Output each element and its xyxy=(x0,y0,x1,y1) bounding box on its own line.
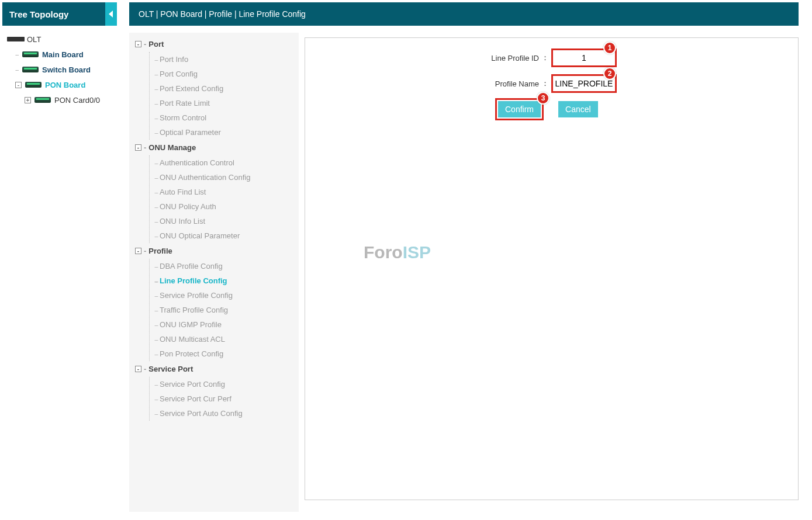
form-row-profile-id: Line Profile ID ： 1 xyxy=(305,50,798,66)
section-service-label: Service Port xyxy=(148,365,193,373)
nav-panel: -- Port Port Info Port Config Port Exten… xyxy=(129,33,299,512)
nav-item-service-port-auto-config[interactable]: Service Port Auto Config xyxy=(150,406,293,421)
nav-item-onu-info-list[interactable]: ONU Info List xyxy=(150,214,293,228)
expand-icon[interactable]: + xyxy=(25,97,31,103)
nav-item-auth-control[interactable]: Authentication Control xyxy=(150,155,293,170)
nav-item-service-port-config[interactable]: Service Port Config xyxy=(150,377,293,391)
nav-item-service-port-cur-perf[interactable]: Service Port Cur Perf xyxy=(150,391,293,406)
tree-connector-icon xyxy=(15,62,22,77)
annotation-badge-2: 2 xyxy=(603,67,616,80)
nav-item-traffic-profile-config[interactable]: Traffic Profile Config xyxy=(150,303,293,317)
label-profile-name: Profile Name xyxy=(475,79,539,88)
board-icon xyxy=(22,67,39,72)
section-service-items: Service Port Config Service Port Cur Per… xyxy=(149,377,293,421)
nav-item-auto-find-list[interactable]: Auto Find List xyxy=(150,185,293,199)
collapse-icon[interactable]: - xyxy=(15,82,22,88)
nav-item-port-info[interactable]: Port Info xyxy=(150,52,293,67)
breadcrumb: OLT | PON Board | Profile | Line Profile… xyxy=(129,2,799,26)
nav-item-onu-multicast-acl[interactable]: ONU Multicast ACL xyxy=(150,332,293,346)
nav-item-onu-optical-parameter[interactable]: ONU Optical Parameter xyxy=(150,228,293,243)
nav-item-port-config[interactable]: Port Config xyxy=(150,67,293,81)
form-row-profile-name: Profile Name ： 2 xyxy=(305,75,798,92)
watermark-foro: Foro xyxy=(364,242,403,262)
annotation-badge-1: 1 xyxy=(603,41,616,54)
tree-connector-icon xyxy=(15,47,22,62)
tree-label-pon-card: PON Card0/0 xyxy=(54,96,100,105)
nav-item-service-profile-config[interactable]: Service Profile Config xyxy=(150,288,293,303)
tree-node-pon-board[interactable]: - PON Board xyxy=(15,77,117,92)
nav-item-onu-auth-config[interactable]: ONU Authentication Config xyxy=(150,170,293,185)
section-service-port[interactable]: -- Service Port xyxy=(135,365,293,373)
nav-item-port-extend-config[interactable]: Port Extend Config xyxy=(150,81,293,96)
watermark-isp: SP xyxy=(407,242,431,262)
board-icon xyxy=(22,51,39,57)
board-icon xyxy=(34,97,51,103)
collapse-icon[interactable]: - xyxy=(135,41,141,47)
tree-collapse-button[interactable] xyxy=(105,2,117,26)
tree-node-pon-card[interactable]: + PON Card0/0 xyxy=(25,92,117,108)
section-profile-label: Profile xyxy=(148,247,172,255)
nav-item-onu-igmp-profile[interactable]: ONU IGMP Profile xyxy=(150,317,293,332)
collapse-icon[interactable]: - xyxy=(135,248,141,254)
annotation-badge-3: 3 xyxy=(537,92,550,105)
section-onu-items: Authentication Control ONU Authenticatio… xyxy=(149,155,293,243)
section-port-items: Port Info Port Config Port Extend Config… xyxy=(149,52,293,140)
tree-panel: OLT Main Board Switch Board - PON Board … xyxy=(2,28,117,507)
board-icon xyxy=(25,82,42,88)
tree-label-main-board: Main Board xyxy=(42,50,84,59)
tree-label-olt: OLT xyxy=(27,35,41,44)
section-profile[interactable]: -- Profile xyxy=(135,247,293,255)
section-onu-manage[interactable]: -- ONU Manage xyxy=(135,143,293,152)
button-row: Confirm Cancel 3 xyxy=(305,101,798,117)
section-port-label: Port xyxy=(148,40,164,48)
collapse-icon[interactable]: - xyxy=(135,144,141,151)
tree-node-olt[interactable]: OLT xyxy=(7,32,117,47)
tree-label-switch-board: Switch Board xyxy=(42,65,91,74)
nav-item-storm-control[interactable]: Storm Control xyxy=(150,110,293,125)
svg-marker-0 xyxy=(109,11,113,18)
label-profile-id: Line Profile ID xyxy=(475,54,539,63)
confirm-button[interactable]: Confirm xyxy=(498,101,541,117)
section-onu-label: ONU Manage xyxy=(148,143,196,152)
section-port[interactable]: -- Port xyxy=(135,40,293,48)
breadcrumb-text: OLT | PON Board | Profile | Line Profile… xyxy=(139,9,306,19)
nav-item-dba-profile-config[interactable]: DBA Profile Config xyxy=(150,259,293,273)
tree-topology-header: Tree Topology xyxy=(2,2,117,26)
tree-node-switch-board[interactable]: Switch Board xyxy=(15,62,117,77)
tree-label-pon-board: PON Board xyxy=(45,81,85,89)
section-profile-items: DBA Profile Config Line Profile Config S… xyxy=(149,259,293,361)
collapse-icon[interactable]: - xyxy=(135,366,141,372)
tree-header-label: Tree Topology xyxy=(9,9,68,19)
cancel-button[interactable]: Cancel xyxy=(558,101,598,117)
triangle-left-icon xyxy=(108,9,115,19)
nav-item-pon-protect-config[interactable]: Pon Protect Config xyxy=(150,346,293,361)
form-area: Line Profile ID ： 1 Profile Name ： 2 Con… xyxy=(305,38,798,117)
nav-item-line-profile-config[interactable]: Line Profile Config xyxy=(150,273,293,288)
nav-item-port-rate-limit[interactable]: Port Rate Limit xyxy=(150,96,293,110)
watermark: ForoISP xyxy=(364,242,431,262)
content-panel: Line Profile ID ： 1 Profile Name ： 2 Con… xyxy=(305,37,799,500)
nav-item-onu-policy-auth[interactable]: ONU Policy Auth xyxy=(150,199,293,214)
tree-node-main-board[interactable]: Main Board xyxy=(15,47,117,62)
nav-item-optical-parameter[interactable]: Optical Parameter xyxy=(150,125,293,140)
olt-icon xyxy=(7,37,25,41)
